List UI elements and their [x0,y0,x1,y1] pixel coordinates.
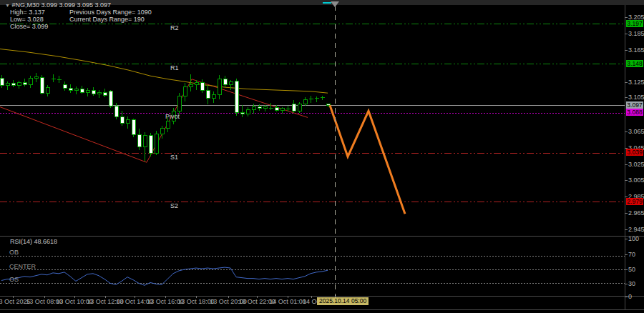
price-axis-tick: 2.945 [628,226,644,233]
level-label-pivot: Pivot [165,113,180,120]
candle-body [206,91,210,98]
candle-body [0,79,4,86]
rsi-ob-label: OB [9,249,19,256]
rsi-axis-tick: 50 [628,266,635,273]
candle-body [74,89,78,90]
candle-body [69,88,72,90]
price-badge-r2: 3.197 [626,20,643,27]
rsi-center-label: CENTER [9,263,36,270]
rsi-indicator-title: RSI(14) 48.6618 [10,238,57,245]
candle-body [114,106,118,116]
rsi-line [1,267,328,285]
price-badge-close: 3.097 [626,101,643,109]
candle-body [275,108,278,110]
rsi-axis-tick: 30 [628,280,635,287]
candle-body [240,113,244,114]
candle-body [97,92,101,94]
level-label-r1: R1 [170,64,179,71]
period-marker-icon [323,2,331,4]
candle-body [109,91,112,106]
candle-body [149,136,152,154]
price-axis-tick: 3.005 [628,177,644,184]
candle-body [258,107,261,109]
rsi-axis-tick: 100 [628,235,639,242]
price-badge-pivot: 3.088 [626,109,643,116]
candle-body [29,79,32,85]
candle-body [229,81,233,85]
prev-range-label: Previous Days Range= 1090 [69,9,152,16]
candle-body [120,116,124,123]
candle-body [189,85,192,86]
candle-body [280,109,284,110]
candle-body [103,92,107,96]
level-label-s1: S1 [170,154,178,161]
candle-body [63,85,67,89]
candle-body [166,121,170,128]
projection-zigzag-object[interactable] [330,105,405,214]
candle-body [223,79,227,85]
price-axis-tick: 3.065 [628,128,644,135]
price-axis-tick: 3.025 [628,161,644,168]
candle-body [177,96,181,111]
level-label-r2: R2 [170,24,179,31]
day-high-label: High= 3.137 [10,9,45,16]
chart-canvas[interactable] [0,0,644,313]
time-axis-label: 14 Oct 01:00 [269,298,306,305]
candle-body [92,91,95,94]
candle-body [17,82,21,86]
candle-body [137,134,141,146]
curr-range-label: Current Days Range= 190 [69,16,145,23]
candle-body [80,89,84,92]
candle-body [218,79,221,95]
price-badge-r1: 3.148 [626,60,643,67]
candle-body [23,82,26,84]
mt4-chart-window: ▼ #NG,M30 3.099 3.099 3.095 3.097 High= … [0,0,644,313]
price-axis-tick: 3.105 [628,94,644,101]
candle-body [155,134,158,153]
time-axis-label: 13 Oct 18:00 [177,298,215,305]
candle-body [263,107,267,109]
level-label-s2: S2 [170,202,178,209]
price-axis-tick: 3.165 [628,46,644,54]
price-badge-s2: 2.979 [626,198,643,205]
price-axis-tick: 3.125 [628,79,644,86]
candle-body [292,104,296,111]
symbol-ohlc-line: #NG,M30 3.099 3.099 3.095 3.097 [11,1,111,9]
candle-body [326,104,330,105]
candle-body [252,107,255,109]
price-badge-s1: 3.039 [626,149,643,156]
candle-body [183,86,187,96]
candle-body [195,82,198,84]
candle-body [34,76,38,78]
candle-body [126,120,130,124]
candle-body [212,94,215,98]
candle-body [6,83,9,85]
crosshair-time-badge: 2025.10.14 05:00 [317,297,369,305]
candle-body [46,87,49,93]
candle-body [86,91,89,92]
candle-body [303,99,307,104]
vertical-line-handle-icon[interactable] [331,1,339,7]
candle-body [40,77,44,93]
rsi-axis-tick: 0 [628,293,632,300]
price-axis-tick: 3.185 [628,30,644,37]
symbol-dropdown-icon[interactable]: ▼ [5,3,10,8]
rsi-os-label: OS [9,276,19,283]
candle-body [132,120,135,135]
moving-average-line [0,49,328,94]
price-axis-tick: 2.965 [628,209,644,217]
day-close-label: Close= 3.099 [10,23,48,30]
day-low-label: Low= 3.028 [10,16,44,23]
candle-body [298,104,301,111]
candle-body [200,82,204,90]
candle-body [246,109,250,114]
rsi-axis-tick: 70 [628,251,635,258]
candle-body [143,136,147,147]
candle-body [235,81,238,113]
candle-body [11,83,15,85]
candle-body [160,128,164,134]
